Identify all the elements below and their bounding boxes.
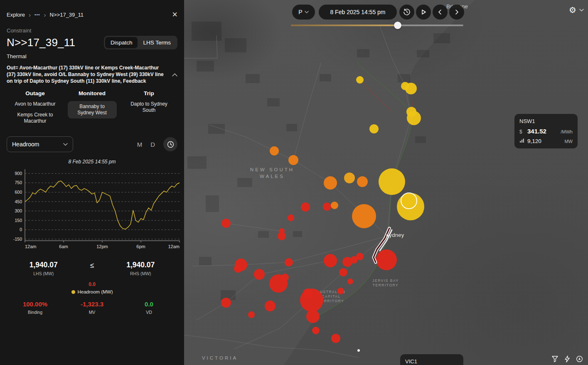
orange-marker[interactable] <box>324 176 337 190</box>
region-card-vic1[interactable]: VIC1 <box>400 354 463 365</box>
red-marker[interactable] <box>337 288 344 294</box>
tab-dispatch[interactable]: Dispatch <box>105 37 138 48</box>
orange-marker[interactable] <box>288 155 298 165</box>
svg-text:600: 600 <box>15 190 22 195</box>
red-marker[interactable] <box>306 310 320 323</box>
tab-lhs-terms[interactable]: LHS Terms <box>138 37 176 48</box>
red-marker[interactable] <box>254 269 265 280</box>
chevron-right-icon <box>453 9 460 15</box>
red-marker[interactable] <box>347 279 353 284</box>
red-marker[interactable] <box>221 219 231 228</box>
svg-text:150: 150 <box>15 218 22 223</box>
outage-item[interactable]: Avon to Macarthur <box>12 101 59 107</box>
svg-text:12pm: 12pm <box>96 244 108 249</box>
chevron-up-icon[interactable] <box>172 72 177 78</box>
svg-text:750: 750 <box>15 180 22 185</box>
svg-text:12am: 12am <box>25 244 37 249</box>
red-marker[interactable] <box>265 301 276 311</box>
network-map[interactable]: BrisbaneNEW SOUTHWALESSydneyJERVIS BAYTE… <box>184 0 588 365</box>
range-buttons: M D <box>137 137 177 151</box>
step-back-button[interactable] <box>433 5 448 20</box>
red-marker[interactable] <box>301 202 310 212</box>
breadcrumb-explore[interactable]: Explore <box>7 12 25 18</box>
headroom-chart[interactable]: 9007506004503001500-15012am6am12pm6pm12a… <box>5 165 183 255</box>
datetime-display[interactable]: 8 Feb 2025 14:55 pm <box>319 5 397 20</box>
region-card-nsw1[interactable]: NSW1 $ 341.52 /MWh 9,120 MW <box>514 114 578 148</box>
orange-marker[interactable] <box>352 204 376 228</box>
orange-marker[interactable] <box>270 146 279 155</box>
orange-marker[interactable] <box>357 176 368 187</box>
red-marker[interactable] <box>356 253 364 260</box>
clock-history-icon <box>403 8 411 16</box>
binding-value: 100.00% <box>7 301 64 308</box>
locate-button[interactable] <box>576 355 583 363</box>
range-month-button[interactable]: M <box>137 141 143 148</box>
red-marker[interactable] <box>281 274 289 281</box>
red-marker[interactable] <box>331 334 340 343</box>
svg-text:900: 900 <box>15 171 22 176</box>
gear-icon: ⚙ <box>569 6 576 14</box>
binding-block: 100.00% Binding <box>7 301 64 315</box>
yellow-marker[interactable] <box>406 107 416 117</box>
range-day-button[interactable]: D <box>150 141 155 148</box>
range-time-button[interactable] <box>163 137 177 151</box>
red-marker[interactable] <box>279 228 285 234</box>
lhs-block: 1,940.07 LHS (MW) <box>7 261 81 276</box>
map-tools <box>551 355 583 363</box>
red-marker[interactable] <box>324 254 337 267</box>
red-marker[interactable] <box>303 289 313 298</box>
period-select[interactable]: P <box>292 5 315 20</box>
time-slider[interactable] <box>291 23 463 28</box>
outage-item[interactable]: Kemps Creek to Macarthur <box>12 112 59 124</box>
orange-marker[interactable] <box>331 202 338 209</box>
svg-text:-150: -150 <box>13 237 22 242</box>
region-price-unit: /MWh <box>561 129 573 134</box>
yellow-marker[interactable] <box>379 168 405 195</box>
metric-select[interactable]: Headroom <box>7 136 73 152</box>
vd-value: 0.0 <box>121 301 177 308</box>
constraint-terms: Outage Avon to Macarthur Kemps Creek to … <box>7 90 177 129</box>
red-marker[interactable] <box>234 264 242 273</box>
settings-button[interactable]: ⚙ <box>569 6 584 14</box>
chevron-right-icon: › <box>29 12 31 18</box>
play-button[interactable] <box>416 5 431 20</box>
yellow-marker[interactable] <box>401 82 409 90</box>
constraint-operator: ≤ <box>81 261 104 276</box>
time-history-button[interactable] <box>399 5 414 20</box>
locate-icon <box>576 355 583 363</box>
red-marker[interactable] <box>285 258 293 266</box>
yellow-marker[interactable] <box>356 76 364 84</box>
filter-button[interactable] <box>551 355 558 363</box>
chart-timestamp: 8 Feb 2025 14:55 pm <box>7 159 177 165</box>
dollar-icon: $ <box>519 129 524 135</box>
period-select-value: P <box>298 9 302 15</box>
rhs-block: 1,940.07 RHS (MW) <box>104 261 178 276</box>
red-marker[interactable] <box>339 268 347 276</box>
mv-label: MV <box>64 310 121 315</box>
step-forward-button[interactable] <box>449 5 464 20</box>
white-marker[interactable] <box>357 349 360 352</box>
svg-text:6am: 6am <box>59 244 68 249</box>
yellow-marker[interactable] <box>369 124 379 133</box>
red-marker[interactable] <box>323 202 331 211</box>
view-toggle: Dispatch LHS Terms <box>104 36 177 49</box>
mv-block: -1,323.3 MV <box>64 301 121 315</box>
yellow-marker[interactable] <box>401 192 417 209</box>
breadcrumb-ellipsis[interactable]: ••• <box>34 12 40 17</box>
rhs-label: RHS (MW) <box>104 271 178 276</box>
power-flow-button[interactable] <box>564 355 571 363</box>
chevron-down-icon <box>579 9 584 12</box>
constraint-description: Out= Avon-Macarthur (17) 330kV line or K… <box>7 64 169 84</box>
red-marker[interactable] <box>376 249 397 270</box>
chevron-left-icon <box>437 9 443 15</box>
amber-marker[interactable] <box>344 173 355 183</box>
trip-item[interactable]: Dapto to Sydney South <box>126 101 172 113</box>
close-icon[interactable]: × <box>172 10 177 19</box>
svg-text:12am: 12am <box>168 244 180 249</box>
red-marker[interactable] <box>248 311 255 318</box>
map-markers-layer <box>184 0 588 365</box>
red-marker[interactable] <box>288 215 294 221</box>
red-marker[interactable] <box>221 298 231 308</box>
red-marker[interactable] <box>312 327 320 334</box>
monitored-item[interactable]: Bannaby to Sydney West <box>68 101 117 118</box>
